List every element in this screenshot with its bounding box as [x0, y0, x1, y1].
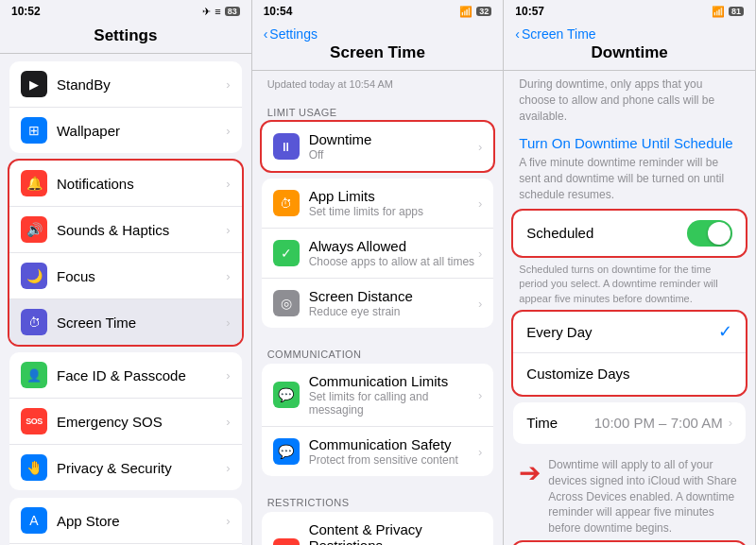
- chevron-icon: ›: [226, 461, 230, 475]
- arrow-note: ➔ Downtime will apply to all of your dev…: [504, 451, 755, 542]
- chevron-icon: ›: [478, 196, 482, 211]
- time-group: Time 10:00 PM – 7:00 AM ›: [513, 402, 746, 444]
- time-row[interactable]: Time 10:00 PM – 7:00 AM ›: [513, 402, 746, 444]
- downtime-icon: ⏸: [273, 133, 300, 160]
- settings-item-commlimits[interactable]: 💬 Communication Limits Set limits for ca…: [262, 364, 494, 427]
- focus-label: Focus: [57, 268, 226, 284]
- turn-on-downtime-sub: A five minute downtime reminder will be …: [504, 155, 755, 210]
- settings-item-wallpaper[interactable]: ⊞ Wallpaper ›: [9, 108, 242, 153]
- chevron-icon: ›: [226, 177, 230, 191]
- customizedays-row[interactable]: Customize Days: [513, 353, 746, 395]
- commlimits-icon: 💬: [273, 382, 300, 408]
- downtime-title: Downtime: [515, 43, 744, 62]
- back-button-downtime[interactable]: ‹ Screen Time: [515, 26, 595, 42]
- checkmark-icon: ✓: [718, 321, 732, 342]
- sounds-label: Sounds & Haptics: [57, 222, 226, 238]
- chevron-icon: ›: [226, 269, 230, 283]
- red-arrow-icon: ➔: [519, 457, 541, 488]
- notifications-label: Notifications: [57, 176, 226, 192]
- screentime-header: ‹ Settings Screen Time: [252, 23, 504, 71]
- time-label: Time: [526, 415, 593, 431]
- wallpaper-label: Wallpaper: [57, 123, 226, 139]
- days-group: Every Day ✓ Customize Days: [513, 312, 746, 395]
- chevron-icon: ›: [226, 124, 230, 138]
- status-time-1: 10:52: [11, 5, 41, 18]
- screentime-list: Updated today at 10:54 AM LIMIT USAGE ⏸ …: [252, 71, 504, 545]
- arrow-note-text: Downtime will apply to all of your devic…: [548, 457, 740, 536]
- settings-item-notifications[interactable]: 🔔 Notifications ›: [9, 161, 242, 207]
- settings-item-screendistance[interactable]: ◎ Screen Distance Reduce eye strain ›: [262, 279, 494, 328]
- downtime-panel: 10:57 📶 81 ‹ Screen Time Downtime During…: [504, 0, 756, 545]
- alwaysallowed-icon: ✓: [273, 240, 300, 266]
- group-limits-distance: ⏱ App Limits Set time limits for apps › …: [262, 179, 494, 328]
- limit-usage-section-label: LIMIT USAGE: [252, 94, 504, 122]
- emergencysos-label: Emergency SOS: [57, 414, 226, 430]
- settings-item-faceid[interactable]: 👤 Face ID & Passcode ›: [9, 352, 242, 399]
- scheduled-desc: Scheduled turns on downtime for the time…: [504, 260, 755, 312]
- downtime-sublabel: Off: [309, 148, 478, 162]
- settings-item-applimits[interactable]: ⏱ App Limits Set time limits for apps ›: [262, 179, 494, 229]
- contentprivacy-label: Content & Privacy Restrictions: [309, 521, 478, 545]
- turn-on-downtime-link[interactable]: Turn On Downtime Until Schedule: [504, 128, 755, 155]
- group-standby-wallpaper: ▶ StandBy › ⊞ Wallpaper ›: [9, 61, 242, 153]
- chevron-icon: ›: [478, 140, 482, 154]
- downtime-desc: During downtime, only apps that you choo…: [504, 71, 755, 128]
- faceid-icon: 👤: [21, 362, 47, 388]
- settings-item-screentime[interactable]: ⏱ Screen Time ›: [9, 299, 242, 345]
- status-time-3: 10:57: [515, 5, 544, 18]
- downtime-list: During downtime, only apps that you choo…: [504, 71, 755, 545]
- chevron-icon: ›: [226, 514, 230, 528]
- back-button[interactable]: ‹ Settings: [264, 26, 318, 42]
- applimits-label: App Limits: [309, 188, 478, 204]
- screendistance-sublabel: Reduce eye strain: [309, 305, 478, 318]
- settings-item-contentprivacy[interactable]: 🔒 Content & Privacy Restrictions Manage …: [262, 512, 494, 545]
- group-notifications-screentime: 🔔 Notifications › 🔊 Sounds & Haptics › 🌙…: [9, 161, 242, 345]
- faceid-label: Face ID & Passcode: [57, 367, 226, 383]
- status-bar-2: 10:54 📶 32: [252, 0, 504, 23]
- downtime-label: Downtime: [309, 131, 478, 147]
- settings-panel: 10:52 ✈ ≡ 83 Settings ▶ StandBy › ⊞ Wall…: [0, 0, 252, 545]
- settings-item-focus[interactable]: 🌙 Focus ›: [9, 253, 242, 299]
- standby-label: StandBy: [57, 77, 226, 93]
- chevron-icon: ›: [729, 416, 732, 430]
- everyday-row[interactable]: Every Day ✓: [513, 312, 746, 353]
- sounds-icon: 🔊: [21, 216, 47, 243]
- settings-list: ▶ StandBy › ⊞ Wallpaper › 🔔 Notification…: [0, 54, 251, 545]
- group-services: A App Store › ● Game Center › ☁ iCloud ›: [9, 498, 242, 545]
- commsafety-label: Communication Safety: [309, 436, 478, 452]
- scheduled-toggle[interactable]: [687, 220, 732, 247]
- emergencysos-icon: SOS: [21, 408, 47, 434]
- downtime-header: ‹ Screen Time Downtime: [504, 23, 755, 71]
- standby-icon: ▶: [21, 71, 47, 97]
- settings-header: Settings: [0, 23, 251, 54]
- status-icons-2: 📶 32: [459, 6, 491, 18]
- group-security: 👤 Face ID & Passcode › SOS Emergency SOS…: [9, 352, 242, 490]
- alwaysallowed-label: Always Allowed: [309, 238, 478, 254]
- status-time-2: 10:54: [264, 5, 293, 18]
- settings-item-emergencysos[interactable]: SOS Emergency SOS ›: [9, 399, 242, 445]
- privacy-icon: 🤚: [21, 454, 47, 481]
- appstore-label: App Store: [57, 513, 226, 529]
- settings-item-commsafety[interactable]: 💬 Communication Safety Protect from sens…: [262, 427, 494, 476]
- screendistance-label: Screen Distance: [309, 288, 478, 304]
- notifications-icon: 🔔: [21, 170, 47, 196]
- alwaysallowed-sublabel: Choose apps to allow at all times: [309, 255, 478, 268]
- chevron-icon: ›: [226, 368, 230, 383]
- settings-item-alwaysallowed[interactable]: ✓ Always Allowed Choose apps to allow at…: [262, 229, 494, 279]
- scheduled-group: Scheduled: [513, 211, 746, 256]
- group-communication: 💬 Communication Limits Set limits for ca…: [262, 364, 494, 476]
- chevron-icon: ›: [226, 223, 230, 237]
- chevron-icon: ›: [226, 77, 230, 92]
- toggle-knob: [708, 222, 730, 245]
- settings-item-privacy[interactable]: 🤚 Privacy & Security ›: [9, 445, 242, 490]
- communication-section-label: COMMUNICATION: [252, 335, 504, 364]
- settings-item-downtime[interactable]: ⏸ Downtime Off ›: [262, 122, 494, 171]
- screendistance-icon: ◎: [273, 290, 300, 316]
- settings-title: Settings: [11, 26, 240, 45]
- settings-item-sounds[interactable]: 🔊 Sounds & Haptics ›: [9, 207, 242, 253]
- settings-item-appstore[interactable]: A App Store ›: [9, 498, 242, 544]
- screentime-label: Screen Time: [57, 315, 226, 331]
- settings-item-standby[interactable]: ▶ StandBy ›: [9, 61, 242, 108]
- chevron-icon: ›: [226, 415, 230, 429]
- chevron-icon: ›: [478, 297, 482, 311]
